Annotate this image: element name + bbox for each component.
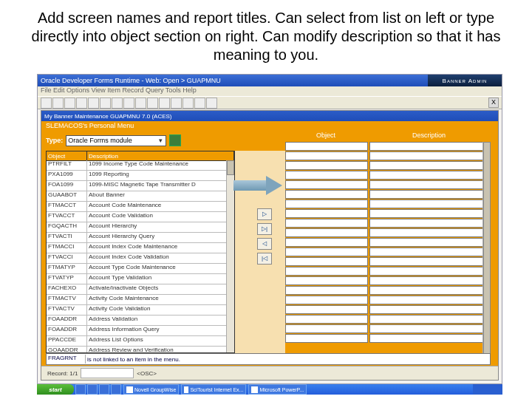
type-dropdown[interactable]: Oracle Forms module ▾ <box>66 135 166 146</box>
table-row[interactable]: FOAADDRAddress Information Query <box>47 326 227 336</box>
taskbar-button[interactable]: SciTourist Internet Ex... <box>181 384 246 395</box>
cell-object-input[interactable] <box>285 257 368 266</box>
start-button[interactable]: start <box>37 384 74 395</box>
table-row[interactable]: GUAABOTAbout Banner <box>47 191 227 202</box>
right-scrollbar[interactable] <box>482 142 491 353</box>
cell-description-input[interactable] <box>369 305 483 314</box>
quicklaunch-icon[interactable] <box>87 384 98 395</box>
cell-object-input[interactable] <box>285 296 368 304</box>
cell-description-input[interactable] <box>369 142 483 151</box>
cell-description-input[interactable] <box>369 151 483 160</box>
scroll-thumb[interactable] <box>227 160 234 175</box>
cell-object-input[interactable] <box>285 190 368 199</box>
cell-description-input[interactable] <box>369 324 483 333</box>
table-row[interactable] <box>285 190 483 200</box>
next-block-icon[interactable] <box>171 98 182 109</box>
cell-description-input[interactable] <box>369 190 483 199</box>
table-row[interactable]: FTMACCTAccount Code Maintenance <box>47 202 227 212</box>
cell-object-input[interactable] <box>285 276 368 285</box>
table-row[interactable] <box>285 209 483 219</box>
table-row[interactable]: PXA10991099 Reporting <box>47 171 227 181</box>
table-row[interactable] <box>285 257 483 267</box>
table-row[interactable] <box>285 305 483 315</box>
cell-description-input[interactable] <box>369 219 483 228</box>
table-row[interactable] <box>285 180 483 190</box>
table-row[interactable] <box>285 228 483 238</box>
cell-description-input[interactable] <box>369 296 483 304</box>
cell-description-input[interactable] <box>369 334 483 343</box>
table-row[interactable] <box>285 276 483 286</box>
quicklaunch-icon[interactable] <box>75 384 86 395</box>
print-icon[interactable] <box>183 98 194 109</box>
table-row[interactable] <box>285 142 483 151</box>
table-row[interactable]: PTRFILT1099 Income Type Code Maintenance <box>47 160 227 171</box>
select-icon[interactable] <box>64 98 75 109</box>
enter-query-icon[interactable] <box>100 98 111 109</box>
cell-description-input[interactable] <box>369 286 483 295</box>
table-row[interactable]: FTVATYPAccount Type Validation <box>47 274 227 284</box>
cell-description-input[interactable] <box>369 315 483 324</box>
prev-record-icon[interactable] <box>135 98 146 109</box>
available-rows[interactable]: PTRFILT1099 Income Type Code Maintenance… <box>47 160 227 352</box>
refresh-icon[interactable] <box>169 134 181 146</box>
cell-object-input[interactable] <box>285 200 368 208</box>
scroll-thumb[interactable] <box>483 142 491 355</box>
table-row[interactable]: FTVACCIAccount Index Code Validation <box>47 253 227 264</box>
table-row[interactable]: FACHEXOActivate/Inactivate Objects <box>47 284 227 295</box>
table-row[interactable]: FTMATYPAccount Type Code Maintenance <box>47 264 227 274</box>
cell-description-input[interactable] <box>369 200 483 208</box>
table-row[interactable] <box>285 296 483 305</box>
table-row[interactable]: FTVACCTAccount Code Validation <box>47 212 227 222</box>
cell-object-input[interactable] <box>285 334 368 343</box>
table-row[interactable]: FOA10991099-MISC Magnetic Tape Transmitt… <box>47 181 227 191</box>
table-row[interactable] <box>285 219 483 228</box>
table-row[interactable]: PPACCDEAddress List Options <box>47 336 227 347</box>
window-titlebar[interactable]: Oracle Developer Forms Runtime - Web: Op… <box>38 75 502 86</box>
cell-description-input[interactable] <box>369 238 483 247</box>
exit-icon[interactable] <box>206 98 217 109</box>
table-row[interactable]: FGQACTHAccount Hierarchy <box>47 222 227 233</box>
delete-icon[interactable] <box>88 98 99 109</box>
cell-object-input[interactable] <box>285 267 368 276</box>
cell-object-input[interactable] <box>285 305 368 314</box>
insert-selection-button[interactable]: ▷ <box>257 208 272 220</box>
form-titlebar[interactable]: My Banner Maintenance GUAPMNU 7.0 (ACES) <box>41 111 498 121</box>
table-row[interactable]: GOAADDRAddress Review and Verification <box>47 347 227 352</box>
cell-object-input[interactable] <box>285 180 368 189</box>
cancel-query-icon[interactable] <box>123 98 134 109</box>
table-row[interactable] <box>285 334 483 344</box>
cell-object-input[interactable] <box>285 286 368 295</box>
table-row[interactable]: FTMACCIAccount Index Code Maintenance <box>47 243 227 253</box>
cell-object-input[interactable] <box>285 324 368 333</box>
table-row[interactable]: FTVACTVActivity Code Validation <box>47 305 227 316</box>
table-row[interactable] <box>285 315 483 324</box>
cell-object-input[interactable] <box>285 151 368 160</box>
link-object-field[interactable]: FRAGRNT <box>48 355 86 364</box>
table-row[interactable] <box>285 161 483 171</box>
cell-description-input[interactable] <box>369 276 483 285</box>
save-icon[interactable] <box>41 98 52 109</box>
cell-description-input[interactable] <box>369 248 483 256</box>
quicklaunch-icon[interactable] <box>111 384 121 395</box>
table-row[interactable] <box>285 286 483 296</box>
table-row[interactable] <box>285 200 483 209</box>
rollback-icon[interactable] <box>52 98 64 109</box>
table-row[interactable] <box>285 171 483 180</box>
table-row[interactable]: FOAADDRAddress Validation <box>47 316 227 326</box>
help-icon[interactable] <box>194 98 205 109</box>
cell-object-input[interactable] <box>285 161 368 170</box>
cell-description-input[interactable] <box>369 180 483 189</box>
cell-description-input[interactable] <box>369 171 483 180</box>
table-row[interactable]: FTMACTVActivity Code Maintenance <box>47 295 227 305</box>
cell-description-input[interactable] <box>369 209 483 218</box>
taskbar-button[interactable]: Microsoft PowerP... <box>248 384 307 395</box>
cell-object-input[interactable] <box>285 228 368 237</box>
table-row[interactable] <box>285 324 483 334</box>
cell-object-input[interactable] <box>285 315 368 324</box>
insert-all-button[interactable]: ▷| <box>257 223 272 235</box>
cell-description-input[interactable] <box>369 161 483 170</box>
cell-object-input[interactable] <box>285 142 368 151</box>
close-icon[interactable]: X <box>488 98 499 108</box>
menu-bar[interactable]: File Edit Options View Item Record Query… <box>38 86 502 96</box>
cell-description-input[interactable] <box>369 267 483 276</box>
